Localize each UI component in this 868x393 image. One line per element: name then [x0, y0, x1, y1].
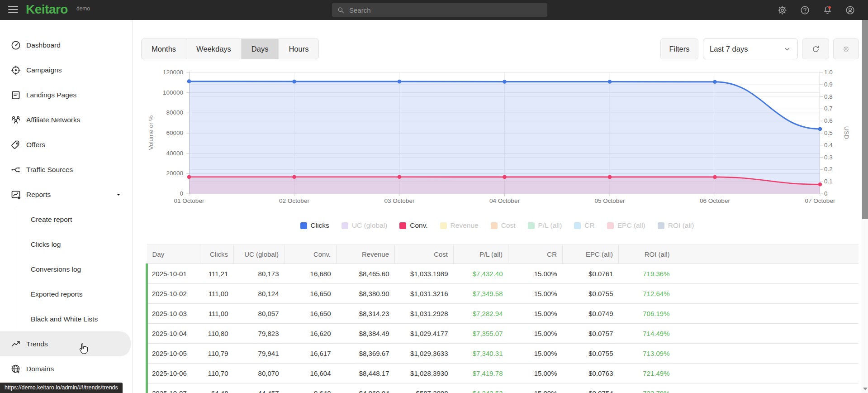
sidebar-item-reports[interactable]: Reports — [0, 182, 132, 207]
table-row: 2025-10-06110,7080,07016,604$8,448.17$1,… — [147, 364, 859, 383]
sidebar-subitem-exported-reports[interactable]: Exported reports — [0, 282, 132, 307]
sidebar-item-landings-pages[interactable]: Landings Pages — [0, 82, 132, 107]
cell-filler — [675, 364, 859, 383]
account-icon[interactable] — [845, 5, 855, 15]
sidebar-subitem-conversions-log[interactable]: Conversions log — [0, 257, 132, 282]
search-box[interactable] — [332, 3, 547, 17]
vertical-scrollbar[interactable] — [862, 20, 868, 393]
cell-revenue: $8,384.49 — [337, 324, 395, 344]
legend-item-clicks[interactable]: Clicks — [300, 221, 329, 230]
sidebar-item-domains[interactable]: Domains — [0, 356, 132, 381]
cell-roi-all: 721.49% — [619, 364, 675, 383]
legend-item-uc-global[interactable]: UC (global) — [342, 221, 387, 230]
legend-item-revenue[interactable]: Revenue — [440, 221, 479, 230]
chart-legend: ClicksUC (global)Conv.RevenueCostP/L (al… — [133, 221, 862, 230]
cell-clicks: 111,00 — [200, 304, 234, 324]
offers-tag-icon — [10, 139, 21, 150]
column-header-epc-all[interactable]: EPC (all) — [563, 245, 619, 264]
legend-item-roi-all[interactable]: ROI (all) — [658, 221, 694, 230]
column-header-cr[interactable]: CR — [508, 245, 563, 264]
cell-uc-global: 80,070 — [234, 364, 285, 383]
tab-weekdays[interactable]: Weekdays — [186, 39, 241, 59]
filters-button[interactable]: Filters — [660, 38, 698, 59]
table-row: 2025-10-05110,7979,94116,617$8,369.67$1,… — [147, 344, 859, 364]
left-axis-tick: 40000 — [133, 150, 183, 157]
column-header-conv[interactable]: Conv. — [285, 245, 337, 264]
column-header-day[interactable]: Day — [147, 245, 200, 264]
legend-item-epc-all[interactable]: EPC (all) — [607, 221, 645, 230]
left-axis-tick: 120000 — [133, 69, 183, 76]
sidebar-subitem-clicks-log[interactable]: Clicks log — [0, 232, 132, 257]
cell-filler — [675, 264, 859, 284]
right-axis-tick: 0.1 — [824, 178, 833, 185]
column-header-clicks[interactable]: Clicks — [200, 245, 234, 264]
scrollbar-thumb[interactable] — [862, 20, 868, 219]
legend-swatch — [607, 222, 614, 229]
sidebar-item-affiliate-networks[interactable]: Affiliate Networks — [0, 107, 132, 132]
cell-uc-global: 80,124 — [234, 284, 285, 304]
chart-plot-area[interactable] — [189, 72, 820, 197]
help-icon[interactable] — [800, 5, 810, 15]
notifications-bell-icon[interactable] — [822, 5, 833, 15]
cell-epc-all: $0.0749 — [563, 304, 619, 324]
right-axis-tick: 0.3 — [824, 154, 833, 161]
cell-p-l-all: $7,349.58 — [454, 284, 508, 304]
column-header-uc-global[interactable]: UC (global) — [234, 245, 285, 264]
cell-cost: $1,031.3216 — [395, 284, 454, 304]
cell-filler — [675, 344, 859, 364]
sidebar-subitem-black-and-white-lists[interactable]: Black and White Lists — [0, 307, 132, 331]
chart-settings-button[interactable] — [833, 38, 859, 59]
legend-item-cost[interactable]: Cost — [491, 221, 516, 230]
tab-days[interactable]: Days — [241, 39, 279, 59]
cell-cr: 15.00% — [508, 364, 563, 383]
brand-logo[interactable]: Keitaro — [26, 2, 68, 17]
x-axis-label: 07 October — [784, 197, 856, 204]
sidebar-item-offers[interactable]: Offers — [0, 132, 132, 157]
topbar: Keitaro demo — [0, 0, 868, 20]
cell-revenue: $8,369.67 — [337, 344, 395, 364]
tab-hours[interactable]: Hours — [278, 39, 318, 59]
date-range-select[interactable]: Last 7 days — [703, 38, 798, 59]
cell-day: 2025-10-05 — [147, 344, 200, 364]
hamburger-menu-icon[interactable] — [8, 6, 18, 14]
sidebar-item-dashboard[interactable]: Dashboard — [0, 33, 132, 58]
sidebar-subitem-create-report[interactable]: Create report — [0, 207, 132, 232]
right-axis-tick: 0.9 — [824, 81, 833, 88]
cell-clicks: 64,48 — [200, 383, 234, 393]
cell-cost: $1,029.3633 — [395, 344, 454, 364]
right-axis-title: USD — [843, 126, 850, 139]
landing-pages-icon — [10, 90, 21, 101]
cell-clicks: 110,80 — [200, 324, 234, 344]
period-tabs: MonthsWeekdaysDaysHours — [141, 38, 319, 59]
left-axis-tick: 60000 — [133, 129, 183, 137]
cell-cr: 15.00% — [508, 383, 563, 393]
cell-conv: 16,680 — [285, 264, 337, 284]
cell-uc-global: 44,457 — [234, 383, 285, 393]
table-row: 2025-10-03111,0080,05716,650$8,314.23$1,… — [147, 304, 859, 324]
left-axis-title: Volume or % — [147, 115, 154, 150]
sidebar-item-campaigns[interactable]: Campaigns — [0, 58, 132, 82]
column-header-p-l-all[interactable]: P/L (all) — [454, 245, 508, 264]
search-input[interactable] — [349, 6, 543, 14]
sidebar-item-trends[interactable]: Trends — [0, 331, 131, 356]
cell-cost: $1,029.4177 — [395, 324, 454, 344]
cell-p-l-all: $7,419.78 — [454, 364, 508, 383]
settings-gear-icon[interactable] — [777, 5, 787, 15]
tab-months[interactable]: Months — [142, 39, 186, 59]
scrollbar-down-arrow-icon[interactable] — [863, 388, 868, 390]
reports-submenu: Create reportClicks logConversions logEx… — [0, 207, 132, 331]
column-header-revenue[interactable]: Revenue — [337, 245, 395, 264]
legend-item-cr[interactable]: CR — [574, 221, 594, 230]
cell-cost: $1,033.1989 — [395, 264, 454, 284]
column-header-cost[interactable]: Cost — [395, 245, 454, 264]
x-axis-label: 06 October — [679, 197, 751, 204]
refresh-button[interactable] — [802, 38, 829, 59]
sidebar-item-traffic-sources[interactable]: Traffic Sources — [0, 157, 132, 182]
sidebar-item-label: Trends — [26, 340, 48, 348]
sidebar-item-label: Traffic Sources — [26, 166, 73, 174]
legend-item-conv[interactable]: Conv. — [399, 221, 427, 230]
legend-label: EPC (all) — [617, 221, 645, 230]
cell-filler — [675, 284, 859, 304]
column-header-roi-all[interactable]: ROI (all) — [619, 245, 675, 264]
legend-item-p-l-all[interactable]: P/L (all) — [528, 221, 562, 230]
